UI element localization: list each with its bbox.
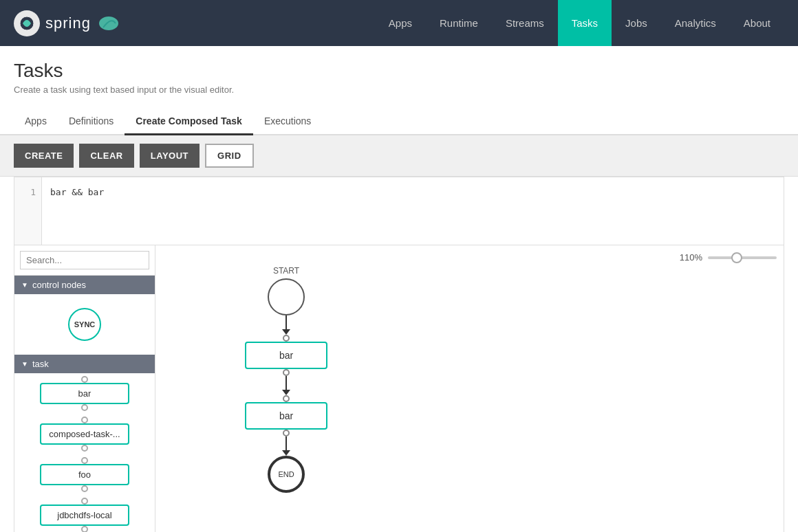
arrow-2 — [282, 390, 290, 395]
node-top-dot — [81, 417, 88, 423]
node-bottom-dot — [81, 445, 88, 452]
zoom-slider[interactable] — [708, 256, 777, 259]
navbar: spring Apps Runtime Streams Tasks Jobs A… — [0, 0, 798, 46]
task-bar-item[interactable]: bar — [14, 373, 155, 414]
tab-create-composed-task[interactable]: Create Composed Task — [125, 109, 253, 135]
tab-definitions[interactable]: Definitions — [58, 109, 125, 135]
bar1-connector-bottom — [245, 369, 327, 402]
bar1-connector-top — [245, 335, 327, 342]
control-nodes-header: ▼ control nodes — [14, 276, 155, 294]
node-top-dot — [81, 498, 88, 505]
grid-button[interactable]: GRID — [205, 144, 254, 168]
flow-diagram: START bar bar — [245, 266, 327, 493]
task-foo-box: foo — [40, 464, 129, 485]
nav-links: Apps Runtime Streams Tasks Jobs Analytic… — [375, 0, 784, 46]
sync-node: SYNC — [68, 308, 101, 341]
task-foo-item[interactable]: foo — [14, 454, 155, 495]
visual-editor: ▼ control nodes SYNC ▼ task bar — [14, 245, 784, 532]
page-subtitle: Create a task using text based input or … — [14, 85, 784, 95]
create-button[interactable]: CREATE — [14, 144, 74, 168]
dot-top-bar2 — [283, 395, 290, 402]
canvas: 110% START bar — [155, 245, 784, 532]
code-content[interactable]: bar && bar — [42, 177, 784, 245]
page-header: Tasks Create a task using text based inp… — [0, 46, 798, 102]
start-label: START — [245, 266, 327, 276]
nav-runtime[interactable]: Runtime — [426, 0, 492, 46]
nav-apps[interactable]: Apps — [375, 0, 426, 46]
nav-streams[interactable]: Streams — [492, 0, 558, 46]
tab-apps[interactable]: Apps — [14, 109, 58, 135]
dot-top-bar1 — [283, 335, 290, 342]
tab-bar: Apps Definitions Create Composed Task Ex… — [0, 109, 798, 135]
logo-text: spring — [45, 14, 91, 32]
task-composed-box: composed-task-... — [40, 423, 129, 445]
start-node — [268, 278, 305, 315]
node-bottom-dot — [81, 526, 88, 532]
tab-executions[interactable]: Executions — [253, 109, 322, 135]
logo: spring — [14, 10, 121, 36]
line-numbers: 1 — [14, 177, 42, 245]
end-node: END — [268, 456, 305, 493]
control-nodes-label: control nodes — [32, 280, 86, 290]
clear-button[interactable]: CLEAR — [79, 144, 133, 168]
left-panel: ▼ control nodes SYNC ▼ task bar — [14, 245, 155, 532]
task-bar-box: bar — [40, 383, 129, 404]
bar2-connector-bottom — [245, 430, 327, 456]
sync-node-item[interactable]: SYNC — [14, 300, 155, 349]
page-content: Tasks Create a task using text based inp… — [0, 46, 798, 532]
logo-icon — [14, 10, 40, 36]
connector-1 — [245, 315, 327, 335]
line-1 — [285, 315, 287, 329]
node-top-dot — [81, 457, 88, 464]
zoom-control: 110% — [680, 252, 777, 263]
arrow-1 — [282, 329, 290, 335]
logo-leaf-icon — [96, 14, 121, 33]
nav-jobs[interactable]: Jobs — [612, 0, 661, 46]
line-2 — [285, 376, 287, 390]
dot-bottom-bar2 — [283, 430, 290, 436]
task-bar-2[interactable]: bar — [245, 402, 327, 430]
zoom-label: 110% — [680, 252, 702, 263]
code-editor: 1 bar && bar — [14, 177, 784, 245]
toolbar: CREATE CLEAR LAYOUT GRID — [0, 135, 798, 177]
task-section-header: ▼ task — [14, 355, 155, 373]
control-nodes-list: SYNC — [14, 294, 155, 355]
control-nodes-arrow-icon: ▼ — [21, 281, 28, 289]
end-label: END — [278, 470, 294, 478]
node-bottom-dot — [81, 485, 88, 492]
line-3 — [285, 436, 287, 450]
task-arrow-icon: ▼ — [21, 360, 28, 368]
node-bottom-dot — [81, 404, 88, 411]
task-jdbchdfs-item[interactable]: jdbchdfs-local — [14, 495, 155, 532]
layout-button[interactable]: LAYOUT — [140, 144, 200, 168]
dot-bottom-bar1 — [283, 369, 290, 376]
search-input[interactable] — [20, 251, 149, 269]
arrow-3 — [282, 450, 290, 456]
task-bar-1[interactable]: bar — [245, 342, 327, 369]
search-box — [14, 245, 155, 276]
task-section-label: task — [32, 359, 49, 369]
task-nodes-list: bar composed-task-... foo — [14, 373, 155, 532]
task-composed-item[interactable]: composed-task-... — [14, 414, 155, 454]
page-title: Tasks — [14, 60, 784, 82]
node-top-dot — [81, 376, 88, 383]
nav-tasks[interactable]: Tasks — [558, 0, 612, 46]
nav-about[interactable]: About — [730, 0, 784, 46]
task-jdbchdfs-box: jdbchdfs-local — [40, 505, 129, 526]
nav-analytics[interactable]: Analytics — [661, 0, 730, 46]
